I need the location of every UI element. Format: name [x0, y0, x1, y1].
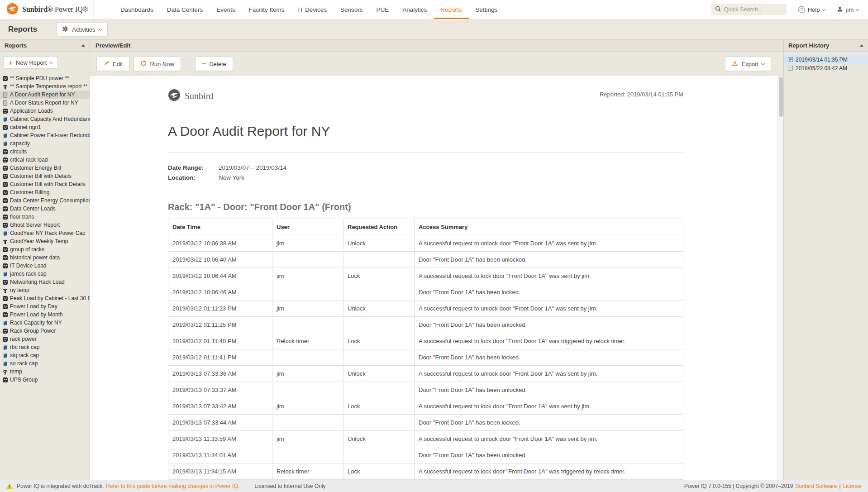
report-item-label: historical power data — [10, 254, 60, 261]
report-item-ny-temp[interactable]: ny temp — [0, 286, 90, 294]
report-item-capacity[interactable]: capacity — [0, 139, 90, 148]
cabinet-icon — [2, 353, 8, 358]
report-item-power-load-by-month[interactable]: Power Load by Month — [0, 310, 90, 319]
vertical-scrollbar[interactable] — [777, 76, 783, 480]
nav-settings[interactable]: Settings — [469, 0, 505, 19]
report-item-james-rack-cap[interactable]: james rack cap — [0, 270, 90, 278]
nav-it-devices[interactable]: IT Devices — [291, 0, 334, 19]
report-item-label: so rack cap — [10, 360, 38, 367]
report-item-label: A Door Audit Report for NY — [10, 91, 75, 98]
report-item-historical-power-data[interactable]: historical power data — [0, 253, 90, 262]
report-item-floor-trans[interactable]: floor trans — [0, 213, 90, 221]
nav-events[interactable]: Events — [210, 0, 242, 19]
quick-search[interactable] — [711, 4, 787, 15]
vendor-link[interactable]: Sunbird Software — [795, 483, 837, 489]
report-item-group-of-racks[interactable]: group of racks — [0, 245, 90, 253]
report-item-cabinet-ngn1[interactable]: cabinet ngn1 — [0, 123, 90, 131]
report-item-rack-group-power[interactable]: Rack Group Power — [0, 327, 90, 335]
report-item-goodyear-weekly-temp[interactable]: GoodYear Weekly Temp — [0, 237, 90, 245]
report-item-label: ny temp — [10, 287, 29, 293]
report-item-label: Ghost Server Report — [10, 222, 60, 228]
report-item-networking-rack-load[interactable]: Networking Rack Load — [0, 278, 90, 286]
report-item-label: floor trans — [10, 214, 34, 220]
nav-facility-items[interactable]: Facility Items — [242, 0, 291, 19]
meta-value: 2019/03/07 – 2019/03/14 — [219, 164, 286, 171]
scrollbar-thumb[interactable] — [779, 77, 783, 117]
cabinet-icon — [2, 230, 8, 236]
report-item-label: Rack Group Power — [10, 328, 56, 334]
report-item-a-door-audit-report-for-ny[interactable]: A Door Audit Report for NY — [0, 91, 90, 99]
report-item-it-device-load[interactable]: IT Device Load — [0, 262, 90, 270]
preview-panel-title: Preview/Edit — [95, 42, 130, 49]
report-item-data-center-loads[interactable]: Data Center Loads — [0, 205, 90, 213]
report-item-crtical-rack-load[interactable]: crtical rack load — [0, 156, 90, 164]
audit-table: Date TimeUserRequested ActionAccess Summ… — [168, 219, 683, 480]
table-cell: A successful request to unlock door "Fro… — [415, 431, 683, 447]
door-icon — [2, 100, 8, 106]
report-item-so-rack-cap[interactable]: so rack cap — [0, 359, 90, 368]
integration-text: Power IQ is integrated with dcTrack. — [17, 483, 104, 489]
report-item-peak-load-by-cabinet-last-30-days[interactable]: Peak Load by Cabinet - Last 30 Days — [0, 294, 90, 302]
report-item-ghost-server-report[interactable]: Ghost Server Report — [0, 221, 90, 229]
report-item-customer-energy-bill[interactable]: Customer Energy Bill — [0, 164, 90, 172]
guide-link[interactable]: Refer to this guide before making change… — [106, 483, 239, 489]
nav-analytics[interactable]: Analytics — [396, 0, 434, 19]
help-menu[interactable]: ? Help — [798, 6, 825, 13]
nav-dashboards[interactable]: Dashboards — [114, 0, 160, 19]
new-report-button[interactable]: + New Report — [3, 56, 58, 69]
nav-pue[interactable]: PUE — [369, 0, 396, 19]
export-button[interactable]: Export — [725, 57, 771, 71]
table-cell: Lock — [343, 398, 415, 415]
report-item-label: Cabinet Power Fail-over Redundancy — [10, 132, 90, 139]
report-item-customer-bill-with-details[interactable]: Customer Bill with Details — [0, 172, 90, 180]
report-item-label: Power Load by Day — [10, 303, 57, 310]
report-item-cabinet-power-fail-over-redundancy[interactable]: Cabinet Power Fail-over Redundancy — [0, 131, 90, 139]
report-item-ups-group[interactable]: UPS Group — [0, 376, 90, 384]
report-item-cabinet-capacity-and-redundancy[interactable]: Cabinet Capacity And Redundancy — [0, 115, 90, 123]
pdu-icon — [2, 336, 8, 342]
report-item-customer-billing[interactable]: Customer Billing — [0, 188, 90, 196]
collapse-icon[interactable] — [81, 44, 85, 47]
table-row: 2019/03/13 07:33:36 AMjimUnlockA success… — [168, 366, 683, 382]
brand-text: Sunbird® Power IQ® — [22, 5, 88, 14]
report-item-data-center-energy-consumption[interactable]: Data Center Energy Consumption — [0, 196, 90, 205]
report-item-customer-bill-with-rack-details[interactable]: Customer Bill with Rack Details — [0, 180, 90, 188]
delete-button[interactable]: − Delete — [195, 57, 233, 71]
cabinet-icon — [2, 133, 8, 139]
user-menu[interactable]: jim — [837, 6, 859, 14]
table-cell: 2019/03/12 01:11:40 PM — [168, 333, 272, 349]
report-item-rbc-rack-cap[interactable]: rbc rack cap — [0, 343, 90, 351]
table-row: 2019/03/12 10:06:46 AMDoor "Front Door 1… — [168, 284, 683, 301]
nav-reports[interactable]: Reports — [434, 0, 468, 19]
report-item-sample-pdu-power[interactable]: ** Sample PDU power ** — [0, 74, 90, 82]
report-item-siq-rack-cap[interactable]: siq rack cap — [0, 351, 90, 359]
table-row: 2019/03/12 10:06:38 AMjimUnlockA success… — [168, 235, 683, 252]
report-item-goodyear-ny-rack-power-cap[interactable]: GoodYear NY Rack Power Cap — [0, 229, 90, 237]
collapse-icon[interactable] — [860, 44, 863, 47]
report-item-temp[interactable]: temp — [0, 368, 90, 376]
nav-sensors[interactable]: Sensors — [334, 0, 370, 19]
warning-icon — [6, 483, 13, 489]
report-item-label: group of racks — [10, 246, 44, 253]
report-item-sample-temperature-report[interactable]: ** Sample Temperature report ** — [0, 82, 90, 91]
search-input[interactable] — [724, 6, 778, 13]
report-item-label: capacity — [10, 140, 30, 147]
report-item-a-door-status-report-for-ny[interactable]: A Door Status Report for NY — [0, 99, 90, 107]
license-link[interactable]: License — [843, 483, 862, 489]
table-row: 2019/03/12 01:11:40 PMRelock timerLockA … — [168, 333, 683, 349]
run-now-button[interactable]: Run Now — [134, 57, 181, 71]
report-item-circuits[interactable]: circuits — [0, 148, 90, 156]
report-item-rack-capacity-for-ny[interactable]: Rack Capacity for NY — [0, 319, 90, 327]
report-item-application-loads[interactable]: Application Loads — [0, 107, 90, 115]
table-cell: 2019/03/13 07:33:42 AM — [168, 398, 272, 415]
activities-button[interactable]: Activities — [56, 23, 107, 36]
report-item-rack-power[interactable]: rack power — [0, 335, 90, 343]
report-item-label: james rack cap — [10, 271, 47, 277]
history-item-2018-05-22-08-42-am[interactable]: 2018/05/22 08:42 AM — [784, 64, 868, 72]
report-item-power-load-by-day[interactable]: Power Load by Day — [0, 302, 90, 310]
report-item-label: GoodYear Weekly Temp — [10, 238, 68, 244]
report-history-title: Report History — [788, 42, 829, 49]
edit-button[interactable]: Edit — [96, 57, 129, 71]
history-item-2019-03-14-01-35-pm[interactable]: 2019/03/14 01:35 PM — [784, 55, 868, 64]
nav-data-centers[interactable]: Data Centers — [160, 0, 210, 19]
